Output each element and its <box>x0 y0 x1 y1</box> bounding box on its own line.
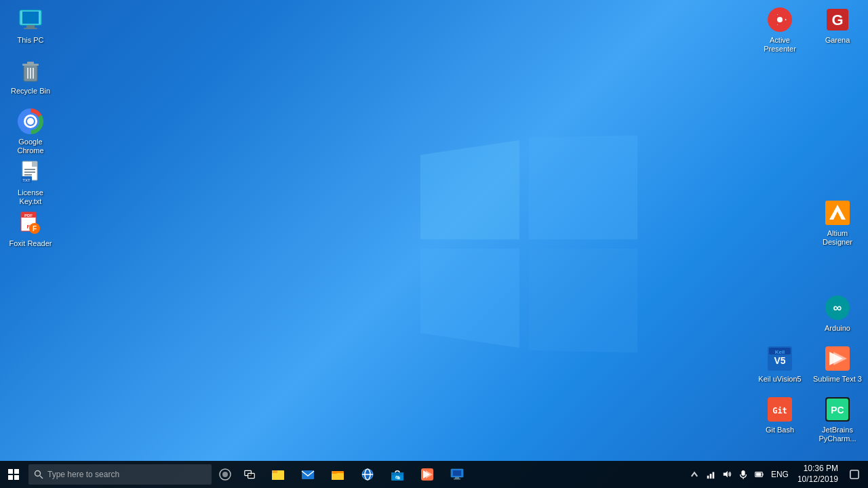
desktop-icon-this-pc[interactable]: This PC <box>3 3 58 47</box>
svg-text:PC: PC <box>831 405 844 415</box>
svg-marker-3 <box>529 249 637 352</box>
git-bash-icon: Git <box>766 396 793 423</box>
recycle-bin-label: Recycle Bin <box>11 87 50 96</box>
taskbar-app-file-explorer[interactable] <box>263 461 293 488</box>
license-key-label: License Key.txt <box>6 188 55 206</box>
sublime-label: Sublime Text 3 <box>813 375 862 384</box>
taskbar-app-pc[interactable] <box>442 461 472 488</box>
taskbar-app-sublime[interactable] <box>412 461 442 488</box>
network-icon <box>706 470 715 479</box>
file-explorer-icon <box>271 467 285 482</box>
ie-icon <box>360 467 375 482</box>
desktop-icon-active-presenter[interactable]: Active Presenter <box>753 3 807 56</box>
chevron-up-icon <box>690 470 699 479</box>
windows-logo <box>420 136 637 352</box>
svg-text:Git: Git <box>772 406 787 415</box>
volume-icon <box>722 470 732 479</box>
search-icon <box>34 470 43 479</box>
store-icon: 🛍 <box>390 467 405 482</box>
svg-rect-10 <box>27 62 34 64</box>
arduino-icon: ∞ <box>824 294 851 321</box>
svg-text:TXT: TXT <box>22 178 31 182</box>
svg-rect-88 <box>741 470 745 476</box>
svg-marker-1 <box>529 136 637 239</box>
battery-icon-tray[interactable] <box>751 461 768 488</box>
svg-rect-86 <box>713 472 715 479</box>
svg-rect-54 <box>8 469 13 474</box>
taskbar-app-ie[interactable] <box>353 461 382 488</box>
notification-center-button[interactable] <box>844 461 865 488</box>
garena-label: Garena <box>825 36 850 45</box>
svg-point-58 <box>35 471 41 476</box>
altium-icon <box>824 199 851 226</box>
svg-rect-70 <box>332 471 337 474</box>
desktop-icon-garena[interactable]: G Garena <box>810 3 865 47</box>
active-presenter-icon <box>766 6 793 33</box>
svg-rect-6 <box>26 25 35 28</box>
svg-rect-65 <box>272 472 284 480</box>
taskbar-app-store[interactable]: 🛍 <box>382 461 412 488</box>
pc-taskbar-icon <box>450 467 465 482</box>
clock[interactable]: 10:36 PM 10/12/2019 <box>792 461 844 488</box>
taskbar: Type here to search <box>0 461 868 488</box>
taskbar-app-folder[interactable] <box>323 461 353 488</box>
desktop-icon-foxit[interactable]: PDF F F Foxit Reader <box>3 207 58 251</box>
garena-icon: G <box>824 6 851 33</box>
chrome-label: Google Chrome <box>6 138 55 155</box>
microphone-icon <box>738 470 748 479</box>
txt-file-icon: TXT <box>17 159 44 186</box>
desktop-icon-chrome[interactable]: Google Chrome <box>3 105 58 158</box>
svg-rect-38 <box>825 201 850 225</box>
network-icon-tray[interactable] <box>703 461 719 488</box>
keil-label: Keil uVision5 <box>758 375 801 384</box>
desktop-icon-altium[interactable]: Altium Designer <box>810 197 865 249</box>
language-indicator[interactable]: ENG <box>768 461 792 488</box>
desktop-icon-arduino[interactable]: ∞ Arduino <box>810 291 865 336</box>
active-presenter-label: Active Presenter <box>755 36 804 54</box>
svg-rect-81 <box>453 470 461 476</box>
desktop-icon-recycle-bin[interactable]: Recycle Bin <box>3 54 58 98</box>
desktop-icon-sublime[interactable]: Sublime Text 3 <box>810 342 865 386</box>
desktop-icon-git-bash[interactable]: Git Git Bash <box>753 393 807 437</box>
mic-icon-tray[interactable] <box>735 461 751 488</box>
desktop-icon-license-key[interactable]: TXT License Key.txt <box>3 156 58 209</box>
arduino-label: Arduino <box>825 324 850 333</box>
foxit-label: Foxit Reader <box>9 239 52 248</box>
pycharm-icon: PC <box>824 396 851 423</box>
start-button[interactable] <box>0 461 27 488</box>
task-view-button[interactable] <box>237 461 262 488</box>
svg-rect-69 <box>332 473 344 480</box>
svg-text:Keil: Keil <box>775 349 785 355</box>
desktop-icon-pycharm[interactable]: PC JetBrains PyCharm... <box>810 393 865 446</box>
taskbar-apps: 🛍 <box>263 461 472 488</box>
foxit-icon: PDF F F <box>17 209 44 237</box>
svg-rect-84 <box>707 476 709 479</box>
taskbar-right: ENG 10:36 PM 10/12/2019 <box>686 461 868 488</box>
clock-date: 10/12/2019 <box>797 474 838 485</box>
svg-rect-85 <box>710 474 712 479</box>
cortana-icon <box>218 468 232 481</box>
task-view-icon <box>244 469 255 480</box>
cortana-button[interactable] <box>213 461 237 488</box>
svg-rect-83 <box>454 479 460 480</box>
system-tray: ENG 10:36 PM 10/12/2019 <box>686 461 865 488</box>
svg-rect-91 <box>762 473 763 476</box>
notification-icon <box>850 470 859 479</box>
pycharm-label: JetBrains PyCharm... <box>813 426 862 443</box>
recycle-bin-icon <box>17 57 44 84</box>
show-hidden-icons[interactable] <box>686 461 703 488</box>
svg-text:F: F <box>33 225 37 232</box>
volume-icon-tray[interactable] <box>719 461 735 488</box>
altium-label: Altium Designer <box>813 229 862 247</box>
git-bash-label: Git Bash <box>766 426 794 434</box>
svg-rect-56 <box>8 475 13 480</box>
svg-marker-87 <box>724 471 728 478</box>
taskbar-app-mail[interactable] <box>293 461 323 488</box>
svg-rect-67 <box>302 470 314 479</box>
svg-marker-0 <box>420 140 519 239</box>
taskbar-search[interactable]: Type here to search <box>28 464 212 485</box>
svg-point-17 <box>27 118 34 125</box>
svg-rect-66 <box>272 470 277 473</box>
desktop-icon-keil[interactable]: V5 Keil Keil uVision5 <box>753 342 807 386</box>
svg-text:PDF: PDF <box>24 214 33 218</box>
